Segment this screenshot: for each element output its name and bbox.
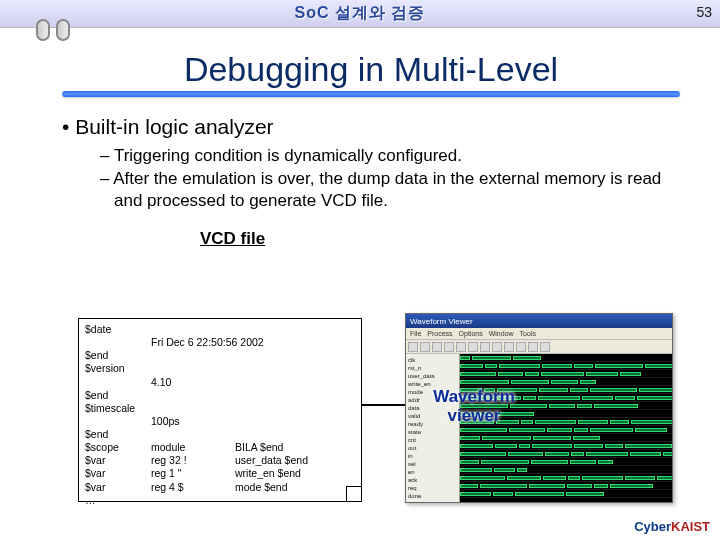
vcd-var2-name: write_en $end <box>235 467 301 480</box>
vcd-version-key: $version <box>85 362 151 375</box>
waveform-canvas <box>460 354 672 503</box>
vcd-timescale-val: 100ps <box>151 415 235 428</box>
title-underline <box>62 91 680 97</box>
vcd-end1: $end <box>85 349 151 362</box>
vcd-timescale-key: $timescale <box>85 402 151 415</box>
vcd-file-title: VCD file <box>200 229 686 249</box>
page-number: 53 <box>696 4 712 20</box>
vcd-var2-type: reg 1 " <box>151 467 235 480</box>
binder-rings <box>36 19 70 41</box>
vcd-version-val: 4.10 <box>151 376 235 389</box>
vcd-var1-key: $var <box>85 454 151 467</box>
bullet-level2-2: After the emulation is over, the dump da… <box>100 168 686 211</box>
bullet-level2-1: Triggering condition is dynamically conf… <box>100 145 686 166</box>
vcd-scope-key: $scope <box>85 441 151 454</box>
vcd-end3: $end <box>85 428 151 441</box>
vcd-file-box: $date Fri Dec 6 22:50:56 2002 $end $vers… <box>78 318 362 502</box>
waveform-toolbar <box>406 340 672 354</box>
cyber-kaist-logo: CyberKAIST <box>634 519 710 534</box>
bullet-level1: Built-in logic analyzer <box>62 115 686 139</box>
waveform-menubar: File Process Options Window Tools <box>406 328 672 340</box>
header-title: SoC 설계와 검증 <box>295 3 426 24</box>
vcd-scope-mod: module <box>151 441 235 454</box>
vcd-var1-name: user_data $end <box>235 454 308 467</box>
vcd-var2-key: $var <box>85 467 151 480</box>
vcd-date-key: $date <box>85 323 151 336</box>
waveform-titlebar: Waveform Viewer <box>406 314 672 328</box>
vcd-end2: $end <box>85 389 151 402</box>
vcd-var1-type: reg 32 ! <box>151 454 235 467</box>
waveform-viewer-label: Waveform viewer <box>424 388 524 425</box>
vcd-scope-name: BILA $end <box>235 441 283 454</box>
vcd-var3-key: $var <box>85 481 151 494</box>
vcd-ellipsis: … <box>85 494 151 507</box>
vcd-var3-type: reg 4 $ <box>151 481 235 494</box>
slide-title: Debugging in Multi-Level <box>56 50 686 89</box>
vcd-date-val: Fri Dec 6 22:50:56 2002 <box>151 336 264 349</box>
vcd-var3-name: mode $end <box>235 481 288 494</box>
waveform-signal-list: clk rst_n user_data write_en mode addr d… <box>406 354 460 503</box>
